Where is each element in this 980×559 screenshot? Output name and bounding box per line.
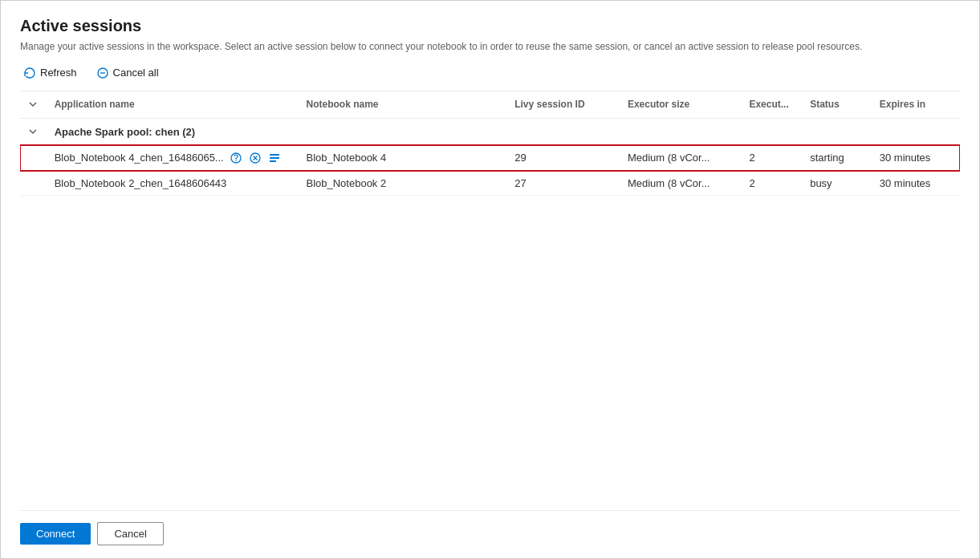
col-header-livy: Livy session ID <box>508 91 621 119</box>
svg-rect-7 <box>270 154 279 156</box>
row2-status: busy <box>803 171 873 195</box>
svg-rect-9 <box>270 160 276 162</box>
row1-appname-container: Blob_Notebook 4_chen_16486065... <box>55 151 294 165</box>
row1-details-icon[interactable] <box>267 151 282 165</box>
row1-notebook: Blob_Notebook 4 <box>299 145 508 172</box>
cancel-icon-svg <box>249 152 262 164</box>
row1-chevron-cell <box>20 145 48 172</box>
dialog-title: Active sessions <box>20 17 960 35</box>
col-header-executor-size: Executor size <box>621 91 743 119</box>
col-header-status: Status <box>803 91 873 119</box>
dialog-description: Manage your active sessions in the works… <box>20 40 960 54</box>
row1-appname-cell: Blob_Notebook 4_chen_16486065... <box>48 145 300 172</box>
cancel-all-icon <box>96 67 109 79</box>
row2-executor-size: Medium (8 vCor... <box>621 171 743 195</box>
row2-chevron-cell <box>20 171 48 195</box>
row1-livy: 29 <box>508 145 621 172</box>
row2-livy: 27 <box>508 171 621 195</box>
col-header-notebook: Notebook name <box>299 91 508 119</box>
details-icon-svg <box>268 152 281 164</box>
group-chevron-icon[interactable] <box>26 125 39 138</box>
row2-executor-count: 2 <box>742 171 803 195</box>
row2-appname-cell: Blob_Notebook 2_chen_1648606443 <box>48 171 300 195</box>
chevron-down-icon <box>28 127 38 136</box>
col-header-appname: Application name <box>48 91 300 119</box>
row1-connect-icon[interactable] <box>229 151 243 165</box>
active-sessions-dialog: Active sessions Manage your active sessi… <box>0 0 980 559</box>
row2-expires: 30 minutes <box>873 171 960 195</box>
row1-cancel-icon[interactable] <box>248 151 262 165</box>
table-container: Application name Notebook name Livy sess… <box>20 91 960 510</box>
row1-appname: Blob_Notebook 4_chen_16486065... <box>55 152 224 164</box>
cancel-button[interactable]: Cancel <box>97 522 163 545</box>
table-row[interactable]: Blob_Notebook 4_chen_16486065... <box>20 145 960 172</box>
refresh-label: Refresh <box>40 67 77 79</box>
refresh-icon <box>23 67 36 79</box>
svg-point-3 <box>235 160 236 161</box>
table-header-row: Application name Notebook name Livy sess… <box>20 91 960 119</box>
toolbar: Refresh Cancel all <box>20 65 960 81</box>
row1-executor-size: Medium (8 vCor... <box>621 145 743 172</box>
dialog-footer: Connect Cancel <box>20 510 960 558</box>
cancel-all-button[interactable]: Cancel all <box>93 65 162 81</box>
group-chevron-cell <box>20 118 48 145</box>
row1-status: starting <box>803 145 873 172</box>
chevron-down-icon <box>28 99 38 109</box>
svg-rect-8 <box>270 157 279 159</box>
group-name: Apache Spark pool: chen (2) <box>55 126 196 138</box>
refresh-button[interactable]: Refresh <box>20 65 80 81</box>
group-row: Apache Spark pool: chen (2) <box>20 118 960 145</box>
row2-notebook: Blob_Notebook 2 <box>299 171 508 195</box>
col-header-expires: Expires in <box>873 91 960 119</box>
sessions-table: Application name Notebook name Livy sess… <box>20 91 960 196</box>
row2-appname: Blob_Notebook 2_chen_1648606443 <box>55 177 227 189</box>
row1-expires: 30 minutes <box>873 145 960 172</box>
row1-executor-count: 2 <box>742 145 803 172</box>
table-row[interactable]: Blob_Notebook 2_chen_1648606443 Blob_Not… <box>20 171 960 195</box>
col-header-executor-count: Execut... <box>742 91 803 119</box>
connect-icon-svg <box>230 152 242 164</box>
group-name-cell: Apache Spark pool: chen (2) <box>48 118 960 145</box>
connect-button[interactable]: Connect <box>20 523 91 545</box>
row2-appname-container: Blob_Notebook 2_chen_1648606443 <box>55 177 294 189</box>
header-chevron-icon[interactable] <box>26 98 39 111</box>
col-header-chevron <box>20 91 48 119</box>
cancel-all-label: Cancel all <box>113 67 159 79</box>
